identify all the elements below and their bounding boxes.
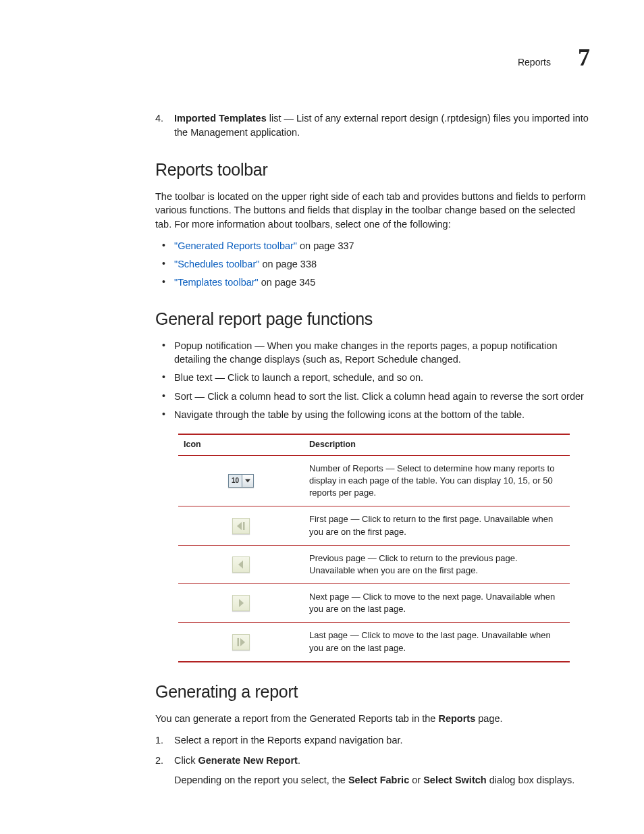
- text: Click: [174, 755, 198, 766]
- page-size-select-icon: 10: [228, 474, 254, 488]
- table-row: Next page — Click to move to the next pa…: [178, 584, 570, 623]
- page-ref: on page 338: [259, 259, 317, 269]
- heading-reports-toolbar: Reports toolbar: [155, 158, 590, 182]
- step-1: 1.Select a report in the Reports expand …: [155, 733, 590, 747]
- prev-page-icon: [232, 556, 250, 573]
- generating-steps: 1.Select a report in the Reports expand …: [155, 733, 590, 787]
- page-ref: on page 345: [259, 277, 316, 288]
- document-page: { "header": { "title": "Reports", "chapt…: [0, 0, 644, 834]
- text: or: [409, 775, 423, 785]
- list-item: Blue text — Click to launch a report, sc…: [155, 371, 590, 384]
- list-item: Navigate through the table by using the …: [155, 408, 590, 421]
- svg-marker-0: [245, 479, 250, 483]
- table-row: First page — Click to return to the firs…: [178, 506, 570, 545]
- text: dialog box displays.: [487, 775, 575, 785]
- page-ref: on page 337: [297, 240, 354, 251]
- table-row: 10 Number of Reports — Select to determi…: [178, 455, 570, 506]
- text-bold: Reports: [438, 713, 475, 724]
- reports-toolbar-paragraph: The toolbar is located on the upper righ…: [155, 190, 590, 231]
- step-number: 2.: [155, 754, 163, 767]
- dropdown-caret-icon: [242, 475, 253, 487]
- step-2-substep: Depending on the report you select, the …: [174, 773, 590, 787]
- text: You can generate a report from the Gener…: [155, 713, 438, 724]
- general-functions-list: Popup notification — When you make chang…: [155, 339, 590, 421]
- table-cell-description: First page — Click to return to the firs…: [304, 506, 570, 545]
- link-generated-reports-toolbar[interactable]: "Generated Reports toolbar": [174, 240, 297, 251]
- table-row: Previous page — Click to return to the p…: [178, 545, 570, 583]
- list-item-4: 4. Imported Templates list — List of any…: [155, 111, 590, 139]
- svg-marker-1: [237, 522, 242, 530]
- text-bold: Select Switch: [423, 775, 486, 785]
- first-page-icon: [232, 518, 250, 534]
- step-number: 1.: [155, 733, 163, 747]
- next-page-icon: [232, 595, 250, 611]
- list-item: "Templates toolbar" on page 345: [155, 276, 590, 289]
- toolbar-links-list: "Generated Reports toolbar" on page 337 …: [155, 239, 590, 290]
- list-item: Sort — Click a column head to sort the l…: [155, 390, 590, 403]
- table-header-icon: Icon: [178, 434, 304, 455]
- step-text: Select a report in the Reports expand na…: [174, 735, 403, 746]
- generating-intro: You can generate a report from the Gener…: [155, 712, 590, 725]
- text: Depending on the report you select, the: [174, 775, 348, 785]
- svg-marker-3: [238, 561, 243, 569]
- last-page-icon: [232, 634, 250, 650]
- list-item: Popup notification — When you make chang…: [155, 339, 590, 367]
- heading-generating-report: Generating a report: [155, 680, 590, 704]
- heading-general-functions: General report page functions: [155, 307, 590, 331]
- navigation-icons-table: Icon Description 10 Number of Reports — …: [178, 434, 570, 662]
- running-header: Reports 7: [155, 41, 590, 74]
- table-cell-description: Number of Reports — Select to determine …: [304, 455, 570, 506]
- svg-marker-4: [239, 599, 244, 607]
- list-item: "Schedules toolbar" on page 338: [155, 257, 590, 271]
- link-templates-toolbar[interactable]: "Templates toolbar": [174, 277, 259, 288]
- link-schedules-toolbar[interactable]: "Schedules toolbar": [174, 259, 259, 269]
- step-text: Click Generate New Report.: [174, 755, 300, 766]
- table-row: Last page — Click to move to the last pa…: [178, 623, 570, 662]
- text-bold: Generate New Report: [198, 755, 297, 766]
- text-bold: Select Fabric: [348, 775, 409, 785]
- table-cell-description: Previous page — Click to return to the p…: [304, 545, 570, 583]
- list-number: 4.: [155, 111, 163, 125]
- step-2: 2. Click Generate New Report. Depending …: [155, 754, 590, 787]
- svg-rect-2: [243, 522, 245, 530]
- svg-marker-6: [240, 638, 245, 646]
- text: .: [298, 755, 300, 766]
- running-header-title: Reports: [518, 56, 551, 70]
- table-cell-description: Last page — Click to move to the last pa…: [304, 623, 570, 662]
- list-item: "Generated Reports toolbar" on page 337: [155, 239, 590, 253]
- running-header-chapter: 7: [578, 41, 590, 74]
- table-header-description: Description: [304, 434, 570, 455]
- text: page.: [475, 713, 502, 724]
- table-cell-description: Next page — Click to move to the next pa…: [304, 584, 570, 623]
- page-size-value: 10: [229, 475, 242, 487]
- imported-templates-label: Imported Templates: [174, 113, 267, 124]
- svg-rect-5: [238, 638, 240, 646]
